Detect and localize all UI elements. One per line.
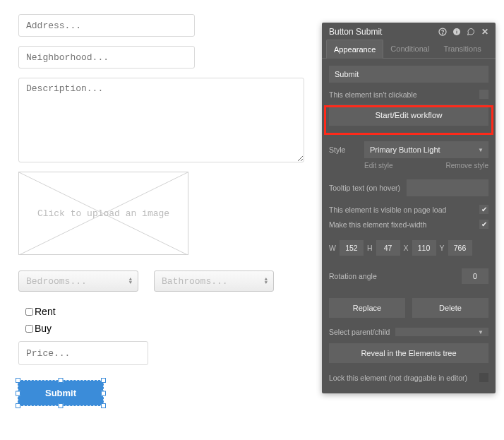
fixed-width-label: Make this element fixed-width: [329, 220, 426, 229]
svg-rect-6: [457, 30, 457, 30]
bathrooms-select[interactable]: Bathrooms... ▲▼: [154, 270, 274, 292]
svg-point-3: [443, 33, 443, 34]
x-label: X: [404, 244, 409, 252]
rent-checkbox[interactable]: [25, 308, 33, 316]
rent-checkbox-row[interactable]: Rent: [25, 306, 314, 317]
select-arrows-icon: ▲▼: [129, 278, 132, 285]
select-parent-select[interactable]: ▼: [395, 328, 488, 336]
start-edit-workflow-button[interactable]: Start/Edit workflow: [329, 105, 488, 126]
tooltip-input[interactable]: [407, 179, 488, 196]
not-clickable-checkbox[interactable]: [479, 90, 488, 99]
buy-checkbox-row[interactable]: Buy: [25, 323, 314, 334]
tab-transitions[interactable]: Transitions: [436, 40, 488, 58]
y-input[interactable]: 766: [448, 240, 472, 256]
w-input[interactable]: 152: [340, 240, 364, 256]
image-uploader-label: Click to upload an image: [37, 208, 169, 219]
rent-label: Rent: [35, 306, 56, 317]
fixed-width-checkbox[interactable]: ✔: [479, 220, 488, 229]
bathrooms-placeholder: Bathrooms...: [162, 276, 228, 287]
lock-element-label: Lock this element (not draggable in edit…: [329, 374, 467, 382]
bedrooms-select[interactable]: Bedrooms... ▲▼: [18, 270, 138, 292]
rotation-label: Rotation angle: [329, 272, 377, 280]
replace-button[interactable]: Replace: [329, 298, 405, 318]
y-label: Y: [440, 244, 445, 252]
style-value: Primary Button Light: [370, 145, 440, 154]
panel-title: Button Submit: [329, 27, 433, 37]
h-label: H: [367, 244, 373, 252]
close-icon[interactable]: ✕: [480, 27, 490, 37]
inspector-panel: Button Submit ✕ Appearance Conditional T…: [322, 23, 496, 393]
w-label: W: [329, 244, 336, 252]
bedrooms-placeholder: Bedrooms...: [26, 276, 87, 287]
info-icon[interactable]: [452, 27, 462, 37]
address-input[interactable]: [18, 14, 195, 37]
select-arrows-icon: ▲▼: [265, 278, 268, 285]
tab-appearance[interactable]: Appearance: [326, 40, 383, 59]
tab-conditional[interactable]: Conditional: [383, 40, 436, 58]
edit-style-link[interactable]: Edit style: [364, 162, 393, 170]
image-uploader[interactable]: Click to upload an image: [18, 172, 188, 255]
help-icon[interactable]: [438, 27, 448, 37]
form-canvas: Click to upload an image Bedrooms... ▲▼ …: [0, 0, 314, 405]
svg-rect-5: [457, 31, 457, 34]
element-name-input[interactable]: [329, 66, 488, 83]
h-input[interactable]: 47: [376, 240, 400, 256]
chevron-down-icon: ▼: [478, 147, 484, 153]
visible-on-load-checkbox[interactable]: ✔: [479, 205, 488, 214]
description-input[interactable]: [18, 78, 304, 162]
panel-tabs: Appearance Conditional Transitions: [322, 40, 496, 59]
visible-on-load-label: This element is visible on page load: [329, 206, 446, 214]
submit-button-selected: Submit: [18, 381, 103, 405]
x-input[interactable]: 110: [412, 240, 436, 256]
buy-checkbox[interactable]: [25, 325, 33, 333]
reveal-in-tree-button[interactable]: Reveal in the Elements tree: [329, 343, 488, 363]
comment-icon[interactable]: [466, 27, 476, 37]
buy-label: Buy: [35, 323, 52, 334]
delete-button[interactable]: Delete: [412, 298, 488, 318]
lock-element-checkbox[interactable]: [479, 373, 488, 382]
style-select[interactable]: Primary Button Light ▼: [364, 141, 488, 158]
chevron-down-icon: ▼: [478, 329, 484, 335]
not-clickable-label: This element isn't clickable: [329, 90, 417, 99]
neighborhood-input[interactable]: [18, 46, 195, 69]
price-input[interactable]: [18, 341, 148, 365]
select-parent-label: Select parent/child: [329, 328, 390, 336]
remove-style-link[interactable]: Remove style: [445, 162, 488, 170]
rotation-input[interactable]: 0: [462, 268, 488, 284]
tooltip-label: Tooltip text (on hover): [329, 184, 407, 192]
style-label: Style: [329, 145, 364, 154]
submit-button[interactable]: Submit: [18, 381, 103, 405]
